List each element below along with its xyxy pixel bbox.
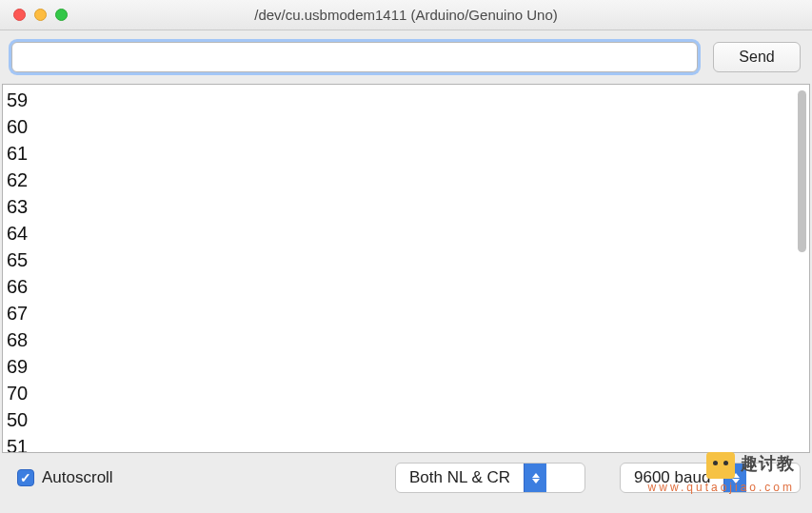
baud-rate-select[interactable]: 9600 baud	[620, 463, 801, 493]
titlebar: /dev/cu.usbmodem1411 (Arduino/Genuino Un…	[0, 0, 812, 30]
footer: ✓ Autoscroll Both NL & CR 9600 baud	[0, 453, 812, 503]
minimize-icon[interactable]	[34, 9, 47, 21]
serial-input[interactable]	[11, 42, 698, 72]
line-ending-select[interactable]: Both NL & CR	[395, 463, 585, 493]
dropdown-arrows-icon	[723, 464, 746, 492]
line-ending-value: Both NL & CR	[409, 468, 524, 487]
baud-rate-value: 9600 baud	[634, 468, 723, 487]
traffic-lights	[0, 9, 68, 21]
toolbar: Send	[0, 30, 812, 84]
scrollbar[interactable]	[798, 90, 806, 252]
window-title: /dev/cu.usbmodem1411 (Arduino/Genuino Un…	[0, 7, 812, 23]
dropdown-arrows-icon	[524, 464, 546, 492]
close-icon[interactable]	[13, 9, 26, 21]
autoscroll-checkbox[interactable]: ✓ Autoscroll	[17, 468, 387, 487]
checkbox-icon: ✓	[17, 469, 34, 486]
output-frame: 59 60 61 62 63 64 65 66 67 68 69 70 50 5…	[2, 84, 810, 453]
send-button[interactable]: Send	[713, 42, 801, 72]
autoscroll-label: Autoscroll	[42, 468, 113, 487]
serial-output: 59 60 61 62 63 64 65 66 67 68 69 70 50 5…	[3, 85, 809, 453]
maximize-icon[interactable]	[55, 9, 68, 21]
input-wrap	[11, 42, 698, 72]
